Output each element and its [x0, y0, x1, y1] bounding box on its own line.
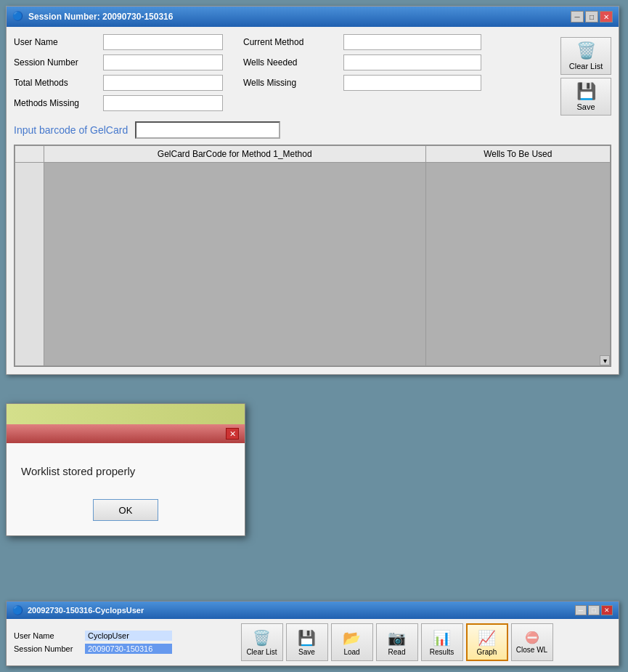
form-fields: User Name CyclopUser Current Method 1_Me…: [14, 34, 553, 116]
taskbar-session-label: Session Number: [14, 644, 79, 653]
barcode-section: Input barcode of GelCard: [14, 121, 611, 139]
barcode-input[interactable]: [135, 121, 280, 139]
taskbar-controls: ─ □ ✕: [575, 605, 613, 615]
taskbar-fields: User Name CyclopUser Session Number 2009…: [14, 631, 174, 654]
empty-row: [15, 163, 611, 366]
barcode-cell: [44, 163, 426, 366]
clear-list-icon: 🗑️: [576, 41, 596, 60]
taskbar-title-text: 20092730-150316-CyclopsUser: [28, 606, 144, 615]
clear-list-button[interactable]: 🗑️ Clear List: [560, 37, 611, 75]
dialog-overlay: ✕ Worklist stored properly OK: [6, 403, 245, 536]
session-number-input[interactable]: 20090730-150316: [103, 54, 223, 70]
taskbar-body: User Name CyclopUser Session Number 2009…: [7, 619, 619, 665]
taskbar-clear-list-label: Clear List: [246, 648, 277, 656]
taskbar-save-icon: 💾: [298, 629, 316, 647]
wells-used-header: Wells To Be Used: [425, 146, 610, 163]
dialog-window: ✕ Worklist stored properly OK: [6, 403, 245, 536]
dialog-close-button[interactable]: ✕: [226, 428, 239, 440]
taskbar-load-button[interactable]: 📂 Load: [331, 623, 373, 661]
wells-needed-input[interactable]: 9: [343, 54, 481, 70]
taskbar-graph-label: Graph: [477, 648, 497, 656]
main-title-bar: 🔵 Session Number: 20090730-150316 ─ □ ✕: [7, 7, 619, 27]
gelcard-barcode-header: GelCard BarCode for Method 1_Method: [44, 146, 426, 163]
taskbar-read-button[interactable]: 📷 Read: [376, 623, 418, 661]
scroll-indicator[interactable]: ▾: [600, 355, 610, 365]
taskbar-title-bar: 🔵 20092730-150316-CyclopsUser ─ □ ✕: [7, 602, 619, 619]
main-window-body: User Name CyclopUser Current Method 1_Me…: [7, 27, 619, 374]
taskbar-close-wl-icon: ⛔: [525, 631, 539, 644]
taskbar-close-wl-button[interactable]: ⛔ Close WL: [511, 623, 553, 661]
title-bar-left: 🔵 Session Number: 20090730-150316: [12, 11, 173, 23]
main-window: 🔵 Session Number: 20090730-150316 ─ □ ✕ …: [6, 6, 619, 375]
taskbar-load-label: Load: [343, 648, 359, 656]
methods-missing-label: Methods Missing: [14, 98, 97, 108]
taskbar-save-label: Save: [298, 648, 315, 656]
methods-missing-row: Methods Missing 5: [14, 95, 553, 111]
save-button[interactable]: 💾 Save: [560, 78, 611, 116]
taskbar-clear-list-button[interactable]: 🗑️ Clear List: [241, 623, 283, 661]
total-methods-input[interactable]: 5: [103, 75, 223, 91]
taskbar-username-label: User Name: [14, 631, 79, 640]
username-input[interactable]: CyclopUser: [103, 34, 223, 50]
right-buttons: 🗑️ Clear List 💾 Save: [560, 34, 611, 116]
wells-missing-label: Wells Missing: [243, 78, 338, 88]
row-num-cell: [15, 163, 44, 366]
maximize-button[interactable]: □: [585, 11, 598, 23]
taskbar-load-icon: 📂: [343, 629, 361, 647]
wells-cell: [425, 163, 610, 366]
taskbar-results-icon: 📊: [433, 629, 451, 647]
session-number-label: Session Number: [14, 57, 97, 68]
taskbar-title-icon: 🔵: [12, 605, 23, 615]
taskbar-buttons: 🗑️ Clear List 💾 Save 📂 Load 📷 Read 📊 Res…: [182, 623, 611, 661]
taskbar-minimize-button[interactable]: ─: [575, 605, 587, 615]
gelcard-table: GelCard BarCode for Method 1_Method Well…: [15, 145, 611, 366]
username-label: User Name: [14, 37, 97, 47]
total-methods-label: Total Methods: [14, 78, 97, 88]
taskbar-username-row: User Name CyclopUser: [14, 631, 174, 641]
dialog-message: Worklist stored properly: [21, 465, 230, 477]
dialog-body: Worklist stored properly OK: [7, 443, 245, 535]
taskbar-read-icon: 📷: [388, 629, 406, 647]
barcode-label: Input barcode of GelCard: [14, 124, 128, 136]
title-icon: 🔵: [12, 11, 24, 23]
taskbar-title-left: 🔵 20092730-150316-CyclopsUser: [12, 605, 144, 615]
taskbar-results-label: Results: [430, 648, 454, 656]
save-label: Save: [576, 102, 595, 111]
taskbar-close-wl-label: Close WL: [516, 646, 547, 654]
table-wrapper: GelCard BarCode for Method 1_Method Well…: [14, 145, 611, 367]
dialog-title-bar: ✕: [7, 424, 245, 443]
save-icon: 💾: [576, 82, 596, 101]
taskbar-session-value: 20090730-150316: [85, 644, 172, 654]
total-methods-row: Total Methods 5 Wells Missing 9: [14, 75, 553, 91]
minimize-button[interactable]: ─: [571, 11, 584, 23]
taskbar-clear-list-icon: 🗑️: [253, 629, 271, 647]
clear-list-label: Clear List: [569, 62, 603, 70]
current-method-input[interactable]: 1_Method: [343, 34, 481, 50]
dialog-ok-button[interactable]: OK: [93, 499, 158, 521]
taskbar-session-row: Session Number 20090730-150316: [14, 644, 174, 654]
current-method-label: Current Method: [243, 37, 338, 47]
methods-missing-input[interactable]: 5: [103, 95, 223, 111]
wells-needed-label: Wells Needed: [243, 57, 338, 68]
taskbar-read-label: Read: [388, 648, 406, 656]
title-controls: ─ □ ✕: [571, 11, 613, 23]
dialog-header-blur: [7, 404, 245, 424]
session-row: Session Number 20090730-150316 Wells Nee…: [14, 54, 553, 70]
taskbar-results-button[interactable]: 📊 Results: [421, 623, 463, 661]
taskbar-graph-button[interactable]: 📈 Graph: [466, 623, 508, 661]
form-area: User Name CyclopUser Current Method 1_Me…: [14, 34, 611, 116]
taskbar-username-value: CyclopUser: [85, 631, 172, 641]
main-window-title: Session Number: 20090730-150316: [28, 12, 173, 22]
username-row: User Name CyclopUser Current Method 1_Me…: [14, 34, 553, 50]
data-table-container: GelCard BarCode for Method 1_Method Well…: [14, 145, 611, 367]
taskbar-window: 🔵 20092730-150316-CyclopsUser ─ □ ✕ User…: [6, 601, 619, 666]
taskbar-close-button[interactable]: ✕: [601, 605, 613, 615]
taskbar-save-button[interactable]: 💾 Save: [286, 623, 328, 661]
wells-missing-input[interactable]: 9: [343, 75, 481, 91]
taskbar-graph-icon: 📈: [478, 629, 496, 647]
close-button[interactable]: ✕: [600, 11, 613, 23]
taskbar-maximize-button[interactable]: □: [588, 605, 600, 615]
row-num-header: [15, 146, 44, 163]
